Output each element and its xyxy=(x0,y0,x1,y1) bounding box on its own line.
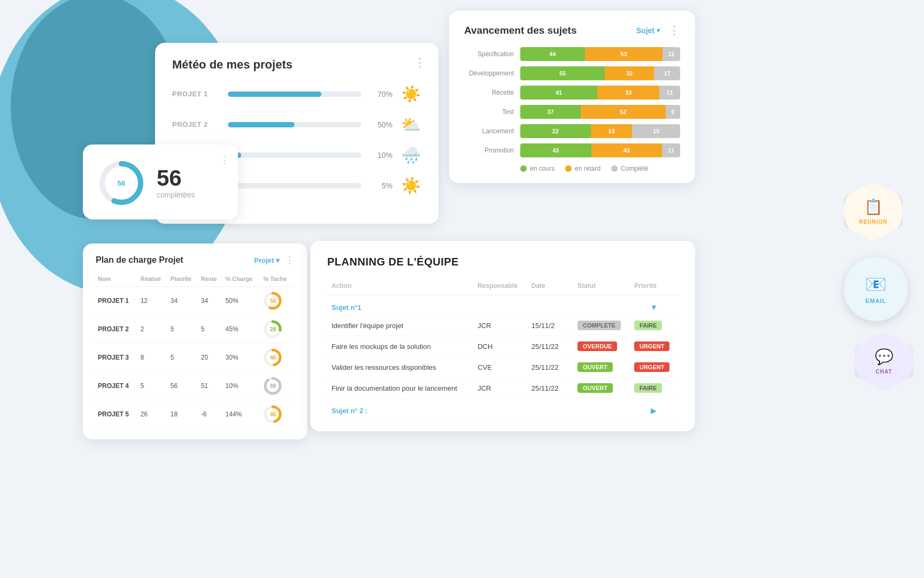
email-icon: 📧 xyxy=(865,274,887,294)
donut-menu-icon[interactable]: ⋮ xyxy=(220,154,229,166)
av-green-test: 37 xyxy=(520,105,581,119)
av-gray-promotion: 11 xyxy=(662,143,680,157)
chat-button[interactable]: 💬 CHAT xyxy=(854,332,913,391)
pc-tache-4: 89 xyxy=(261,372,295,400)
reunion-button[interactable]: 📋 REUNION xyxy=(844,182,903,241)
pc-planifie-5: 18 xyxy=(168,400,199,429)
av-track-dev: 55 32 17 xyxy=(520,66,680,80)
av-orange-specification: 53 xyxy=(585,47,663,61)
pc-realise-4: 5 xyxy=(138,372,168,400)
sujet-2-chevron-icon: ▶ xyxy=(651,406,657,415)
meteo-pct-2: 50% xyxy=(369,120,392,129)
pc-donut-5: 45 xyxy=(263,405,282,424)
pc-realise-5: 26 xyxy=(138,400,168,429)
pc-tache-5: 45 xyxy=(261,400,295,429)
badge-complete-1: COMPLETE xyxy=(578,321,621,330)
av-label-promotion: Promotion xyxy=(464,147,520,154)
av-track-recette: 41 33 11 xyxy=(520,86,680,100)
planning-statut-4: OUVERT xyxy=(573,378,630,399)
planning-action-1: Identifier l'équipe projet xyxy=(327,315,473,336)
av-legend-complete: Complété xyxy=(611,165,648,172)
pc-reste-1: 34 xyxy=(199,287,224,315)
meteo-title: Météo de mes projets xyxy=(172,58,421,72)
av-track-specification: 44 53 12 xyxy=(520,47,680,61)
planning-row-2: Faire les mockups de la solution DCH 25/… xyxy=(327,336,678,357)
meteo-label-2: PROJET 2 xyxy=(172,120,220,128)
sujet-1-arrow[interactable]: ▼ xyxy=(630,295,678,315)
pc-title: Plan de charge Projet xyxy=(96,255,255,265)
avancement-card: Avancement des sujets Sujet ▾ ⋮ Spécific… xyxy=(449,11,695,183)
planning-action-2: Faire les mockups de la solution xyxy=(327,336,473,357)
plancharge-table: Nom Réalisé Planifié Reste % Charge % Ta… xyxy=(96,273,295,429)
av-orange-dev: 32 xyxy=(605,66,654,80)
avancement-filter[interactable]: Sujet ▾ xyxy=(636,26,662,35)
pc-tache-1: 56 xyxy=(261,287,295,315)
badge-urgent-3: URGENT xyxy=(634,362,669,372)
av-track-lancement: 22 13 15 xyxy=(520,124,680,138)
meteo-icon-sun-4: ☀️ xyxy=(400,176,421,195)
planning-priorite-3: URGENT xyxy=(630,357,678,378)
planning-row-3: Valider les ressources disponibles CVE 2… xyxy=(327,357,678,378)
planning-statut-3: OUVERT xyxy=(573,357,630,378)
pc-filter-label: Projet xyxy=(255,256,274,264)
av-orange-recette: 33 xyxy=(597,86,659,100)
av-orange-test: 52 xyxy=(581,105,666,119)
meteo-pct-3: 10% xyxy=(369,151,392,159)
av-row-promotion: Promotion 43 43 11 xyxy=(464,143,680,157)
pc-filter[interactable]: Projet ▾ xyxy=(255,256,280,264)
av-row-lancement: Lancement 22 13 15 xyxy=(464,124,680,138)
meteo-label-1: PROJET 1 xyxy=(172,90,220,98)
av-label-dev: Développement xyxy=(464,70,520,77)
av-track-test: 37 52 9 xyxy=(520,105,680,119)
pc-row-3: PROJET 3 8 5 20 30% 46 xyxy=(96,344,295,372)
planning-statut-1: COMPLETE xyxy=(573,315,630,336)
planning-date-3: 25/11/22 xyxy=(527,357,573,378)
planning-col-date: Date xyxy=(527,279,573,295)
av-gray-lancement: 15 xyxy=(632,124,680,138)
pc-row-5: PROJET 5 26 18 -6 144% 45 xyxy=(96,400,295,429)
email-button[interactable]: 📧 EMAIL xyxy=(844,257,908,321)
av-row-recette: Recette 41 33 11 xyxy=(464,86,680,100)
side-icon-email-wrap: 📧 EMAIL xyxy=(844,257,908,321)
planning-date-2: 25/11/22 xyxy=(527,336,573,357)
pc-row-4: PROJET 4 5 56 51 10% 89 xyxy=(96,372,295,400)
planning-priorite-2: URGENT xyxy=(630,336,678,357)
av-green-dev: 55 xyxy=(520,66,605,80)
avancement-menu-icon[interactable]: ⋮ xyxy=(668,24,680,37)
av-label-test: Test xyxy=(464,108,520,116)
planning-col-action: Action xyxy=(327,279,473,295)
av-row-dev: Développement 55 32 17 xyxy=(464,66,680,80)
planning-action-4: Finir la documentation pour le lancement xyxy=(327,378,473,399)
meteo-icon-cloud-2: ⛅ xyxy=(400,115,421,134)
pc-nom-1: PROJET 1 xyxy=(96,287,138,315)
planning-resp-4: JCR xyxy=(473,378,527,399)
donut-card: ⋮ 56 56 complétées xyxy=(83,144,238,219)
av-label-specification: Spécification xyxy=(464,50,520,58)
av-gray-test: 9 xyxy=(666,105,680,119)
sujet-2-label: Sujet n° 2 : xyxy=(327,399,630,419)
side-icon-chat-wrap: 💬 CHAT xyxy=(854,332,919,391)
meteo-menu-icon[interactable]: ⋮ xyxy=(414,56,426,70)
planning-resp-1: JCR xyxy=(473,315,527,336)
planning-title: PLANNING DE L'ÉQUIPE xyxy=(327,256,678,268)
pc-menu-icon[interactable]: ⋮ xyxy=(285,254,295,266)
av-green-promotion: 43 xyxy=(520,143,591,157)
meteo-bar-2 xyxy=(228,122,361,127)
pc-col-realise: Réalisé xyxy=(138,273,168,287)
avancement-title: Avancement des sujets xyxy=(464,25,636,36)
sujet-2-arrow[interactable]: ▶ xyxy=(630,399,678,419)
pc-charge-5: 144% xyxy=(224,400,261,429)
av-orange-promotion: 43 xyxy=(591,143,663,157)
pc-row-2: PROJET 2 2 5 5 45% 28 xyxy=(96,315,295,344)
badge-faire-4: FAIRE xyxy=(634,383,662,393)
pc-planifie-2: 5 xyxy=(168,315,199,344)
av-orange-lancement: 13 xyxy=(591,124,633,138)
pc-charge-2: 45% xyxy=(224,315,261,344)
donut-subtitle: complétées xyxy=(157,191,195,199)
plancharge-card: Plan de charge Projet Projet ▾ ⋮ Nom Réa… xyxy=(83,244,307,439)
email-label: EMAIL xyxy=(865,298,886,304)
pc-nom-4: PROJET 4 xyxy=(96,372,138,400)
pc-donut-2: 28 xyxy=(263,320,282,339)
badge-faire-1: FAIRE xyxy=(634,321,662,330)
planning-resp-2: DCH xyxy=(473,336,527,357)
